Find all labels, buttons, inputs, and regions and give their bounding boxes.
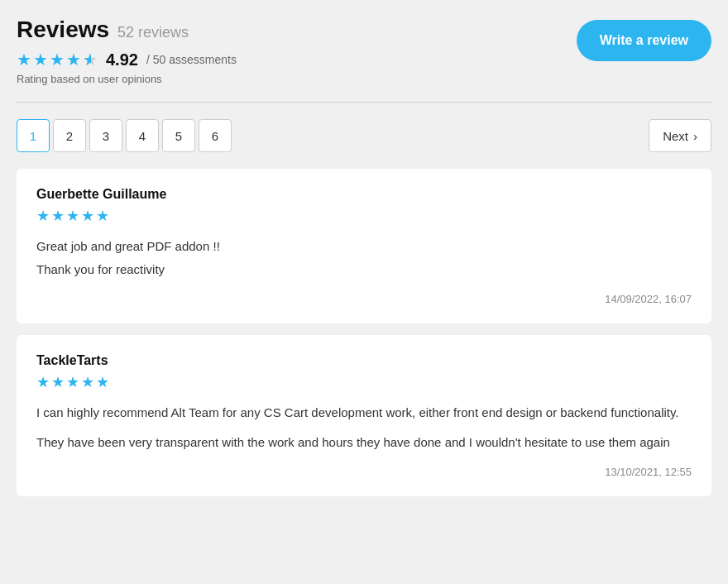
review-star-2-1: ★	[36, 373, 50, 391]
star-1: ★	[17, 50, 31, 69]
star-2: ★	[33, 50, 48, 69]
rating-score: 4.92	[106, 50, 138, 69]
star-3: ★	[50, 50, 65, 69]
page-btn-2[interactable]: 2	[53, 119, 86, 152]
review-stars-1: ★ ★ ★ ★ ★	[36, 207, 692, 225]
reviewer-name-1: Guerbette Guillaume	[36, 187, 692, 202]
review-text-1-line1: Great job and great PDF addon !!	[36, 237, 692, 256]
review-star-2-4: ★	[81, 373, 94, 391]
review-text-2-para1: I can highly recommend Alt Team for any …	[36, 403, 692, 423]
review-star-1-4: ★	[81, 207, 94, 225]
review-star-2-2: ★	[51, 373, 65, 391]
review-star-1-2: ★	[51, 207, 65, 225]
header-divider	[17, 102, 711, 103]
review-date-1: 14/09/2022, 16:07	[605, 293, 692, 305]
page-btn-5[interactable]: 5	[162, 119, 195, 152]
review-meta-1: 14/09/2022, 16:07	[36, 293, 692, 305]
pagination-row: 1 2 3 4 5 6 Next ›	[17, 119, 711, 152]
page-btn-3[interactable]: 3	[89, 119, 122, 152]
review-star-1-3: ★	[66, 207, 79, 225]
pagination-pages: 1 2 3 4 5 6	[17, 119, 232, 152]
next-label: Next	[663, 129, 688, 143]
star-5-half: ★★	[83, 50, 98, 69]
review-text-2-para2: They have been very transparent with the…	[36, 433, 692, 452]
review-text-1-line2: Thank you for reactivity	[36, 260, 692, 280]
page-btn-6[interactable]: 6	[199, 119, 232, 152]
next-button[interactable]: Next ›	[649, 119, 711, 152]
review-meta-2: 13/10/2021, 12:55	[36, 466, 692, 478]
write-review-button[interactable]: Write a review	[577, 20, 711, 61]
review-star-1-1: ★	[36, 207, 50, 225]
page-btn-1[interactable]: 1	[17, 119, 50, 152]
page-btn-4[interactable]: 4	[126, 119, 159, 152]
page-wrapper: Reviews 52 reviews ★ ★ ★ ★ ★★ 4.92 / 50 …	[17, 17, 711, 496]
reviewer-name-2: TackleTarts	[36, 353, 692, 368]
review-date-2: 13/10/2021, 12:55	[605, 466, 692, 478]
reviews-header-left: Reviews 52 reviews ★ ★ ★ ★ ★★ 4.92 / 50 …	[17, 17, 237, 85]
review-card-2: TackleTarts ★ ★ ★ ★ ★ I can highly recom…	[17, 335, 711, 496]
reviews-title-row: Reviews 52 reviews	[17, 17, 237, 43]
reviews-title: Reviews	[17, 17, 109, 43]
review-body-1: Great job and great PDF addon !! Thank y…	[36, 237, 692, 280]
review-card-1: Guerbette Guillaume ★ ★ ★ ★ ★ Great job …	[17, 169, 711, 323]
review-body-2: I can highly recommend Alt Team for any …	[36, 403, 692, 452]
chevron-right-icon: ›	[693, 129, 697, 143]
rating-based: Rating based on user opinions	[17, 73, 237, 85]
review-stars-2: ★ ★ ★ ★ ★	[36, 373, 692, 391]
rating-row: ★ ★ ★ ★ ★★ 4.92 / 50 assessments	[17, 50, 237, 69]
rating-assessments: / 50 assessments	[146, 53, 237, 66]
reviews-header: Reviews 52 reviews ★ ★ ★ ★ ★★ 4.92 / 50 …	[17, 17, 711, 85]
star-4: ★	[66, 50, 81, 69]
rating-stars: ★ ★ ★ ★ ★★	[17, 50, 98, 69]
review-star-1-5: ★	[96, 207, 109, 225]
reviews-count: 52 reviews	[117, 24, 189, 41]
review-star-2-5: ★	[96, 373, 109, 391]
review-star-2-3: ★	[66, 373, 79, 391]
